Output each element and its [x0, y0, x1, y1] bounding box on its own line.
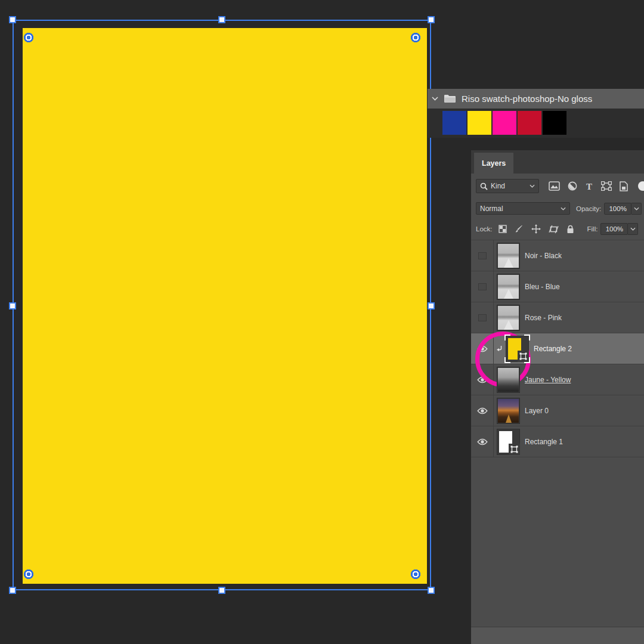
thumbnail-art	[498, 244, 519, 268]
color-swatch-magenta[interactable]	[493, 111, 516, 135]
layer-thumbnail[interactable]	[497, 243, 520, 269]
layer-row[interactable]: Rectangle 2	[471, 333, 644, 364]
swatches-panel: Riso swatch-photoshop-No gloss	[428, 89, 644, 138]
color-swatch-blue[interactable]	[442, 111, 466, 135]
opacity-value: 100%	[609, 205, 626, 212]
corner-radius-widget-top-left[interactable]	[24, 33, 34, 43]
layer-name[interactable]: Rectangle 1	[525, 438, 563, 446]
chevron-down-icon[interactable]	[432, 97, 438, 101]
shape-layers-icon[interactable]	[601, 181, 612, 191]
photoshop-workspace: Riso swatch-photoshop-No gloss Layers Ki…	[0, 0, 644, 644]
layer-visibility-toggle[interactable]	[471, 364, 494, 395]
layer-name[interactable]: Noir - Black	[525, 252, 562, 260]
layer-thumbnail[interactable]	[497, 429, 520, 455]
blend-mode-row: Normal Opacity: 100%	[471, 199, 644, 218]
lock-icon-group	[499, 224, 574, 234]
canvas-artwork[interactable]	[23, 28, 427, 584]
layer-visibility-toggle[interactable]	[471, 395, 494, 426]
layer-row[interactable]: Jaune - Yellow	[471, 364, 644, 395]
layer-row[interactable]: Rectangle 1	[471, 426, 644, 457]
layer-row[interactable]: Bleu - Blue	[471, 271, 644, 302]
type-layers-icon[interactable]: T	[585, 182, 593, 191]
clipping-mask-arrow-icon	[496, 345, 503, 352]
chevron-down-icon	[561, 207, 566, 210]
layer-name[interactable]: Rose - Pink	[525, 314, 562, 322]
layer-row[interactable]: Noir - Black	[471, 240, 644, 271]
lock-row: Lock: Fill: 100%	[471, 218, 644, 240]
transform-handle-bottom-center[interactable]	[218, 587, 225, 594]
transform-handle-top-left[interactable]	[9, 16, 16, 23]
corner-radius-widget-top-right[interactable]	[411, 33, 421, 43]
svg-text:T: T	[586, 182, 592, 191]
eye-icon	[477, 345, 488, 352]
transform-handle-middle-right[interactable]	[428, 302, 435, 309]
layer-name[interactable]: Jaune - Yellow	[525, 376, 571, 384]
layer-visibility-toggle[interactable]	[471, 240, 494, 271]
transform-handle-bottom-right[interactable]	[428, 587, 435, 594]
layers-panel-footer	[471, 627, 644, 644]
lock-all-icon[interactable]	[566, 225, 574, 234]
lock-transparency-icon[interactable]	[499, 225, 507, 233]
opacity-value-box[interactable]: 100%	[604, 203, 631, 215]
corner-radius-widget-bottom-left[interactable]	[24, 569, 34, 580]
folder-icon	[444, 94, 456, 103]
pixel-layers-icon[interactable]	[549, 181, 560, 191]
transform-handle-middle-left[interactable]	[9, 302, 16, 309]
fill-value-box[interactable]: 100%	[600, 223, 628, 235]
layer-name[interactable]: Rectangle 2	[534, 345, 572, 353]
layer-visibility-toggle[interactable]	[471, 426, 494, 457]
shape-badge-icon	[518, 351, 529, 362]
layer-name[interactable]: Bleu - Blue	[525, 283, 560, 291]
lock-artboard-icon[interactable]	[549, 225, 559, 234]
fill-label: Fill:	[587, 225, 598, 233]
layer-thumbnail[interactable]	[497, 367, 520, 393]
fill-dropdown-button[interactable]	[628, 223, 638, 235]
layer-thumbnail[interactable]	[497, 305, 520, 331]
color-swatch-yellow[interactable]	[467, 111, 491, 135]
fill-value: 100%	[606, 225, 623, 233]
swatch-group-header[interactable]: Riso swatch-photoshop-No gloss	[428, 89, 644, 109]
layer-row[interactable]: Layer 0	[471, 395, 644, 426]
lock-label: Lock:	[476, 225, 493, 233]
layer-thumbnail[interactable]	[497, 274, 520, 300]
chevron-down-icon	[630, 227, 636, 231]
layer-thumbnail[interactable]	[506, 336, 529, 362]
filter-toggle-icon[interactable]	[637, 181, 644, 191]
filter-kind-label: Kind	[491, 182, 527, 190]
layer-name[interactable]: Layer 0	[525, 407, 549, 415]
eye-icon	[477, 376, 488, 383]
layer-visibility-toggle[interactable]	[471, 302, 494, 333]
swatch-strip	[428, 109, 644, 138]
thumbnail-art	[498, 399, 519, 423]
layer-visibility-toggle[interactable]	[471, 271, 494, 302]
thumbnail-art	[498, 306, 519, 330]
hidden-visibility-box	[478, 283, 487, 290]
transform-handle-top-right[interactable]	[428, 16, 435, 23]
layer-thumbnail[interactable]	[497, 398, 520, 424]
tab-layers[interactable]: Layers	[474, 153, 513, 174]
color-swatch-black[interactable]	[543, 111, 566, 135]
transform-handle-bottom-left[interactable]	[9, 587, 16, 594]
thumbnail-art	[498, 368, 519, 392]
hidden-visibility-box	[478, 314, 487, 321]
thumbnail-art	[498, 275, 519, 299]
filter-kind-select[interactable]: Kind	[476, 179, 539, 193]
layer-visibility-toggle[interactable]	[471, 333, 494, 364]
tab-layers-label: Layers	[482, 159, 506, 168]
chevron-down-icon	[634, 207, 639, 210]
layers-list-empty-area[interactable]	[471, 457, 644, 626]
lock-position-icon[interactable]	[531, 224, 541, 234]
color-swatch-red[interactable]	[518, 111, 541, 135]
adjustment-layers-icon[interactable]	[568, 181, 577, 191]
lock-pixels-icon[interactable]	[515, 225, 524, 234]
opacity-label: Opacity:	[576, 205, 601, 212]
transform-handle-top-center[interactable]	[218, 16, 225, 23]
opacity-dropdown-button[interactable]	[631, 203, 642, 215]
layer-row[interactable]: Rose - Pink	[471, 302, 644, 333]
eye-icon	[477, 407, 488, 414]
blend-mode-value: Normal	[480, 205, 561, 213]
filter-icon-group: T	[549, 181, 644, 191]
smart-objects-icon[interactable]	[620, 181, 628, 191]
corner-radius-widget-bottom-right[interactable]	[411, 569, 421, 580]
blend-mode-select[interactable]: Normal	[476, 202, 570, 215]
